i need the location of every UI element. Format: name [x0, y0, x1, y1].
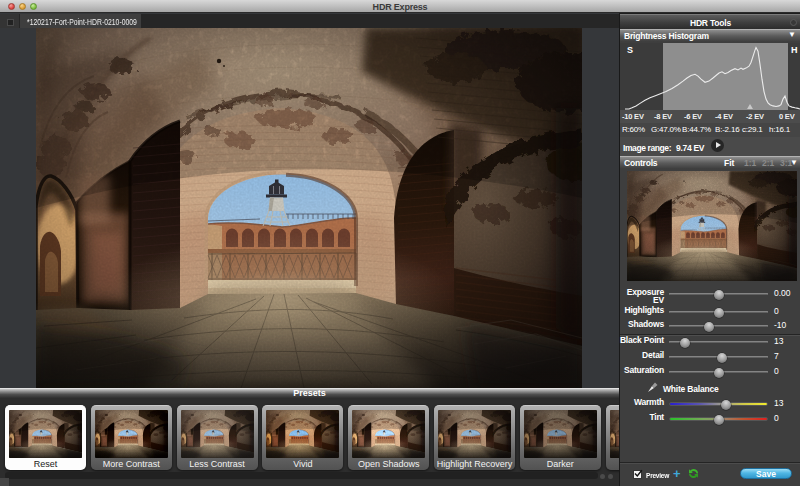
svg-text:S: S: [627, 45, 633, 55]
svg-text:H: H: [791, 45, 798, 55]
